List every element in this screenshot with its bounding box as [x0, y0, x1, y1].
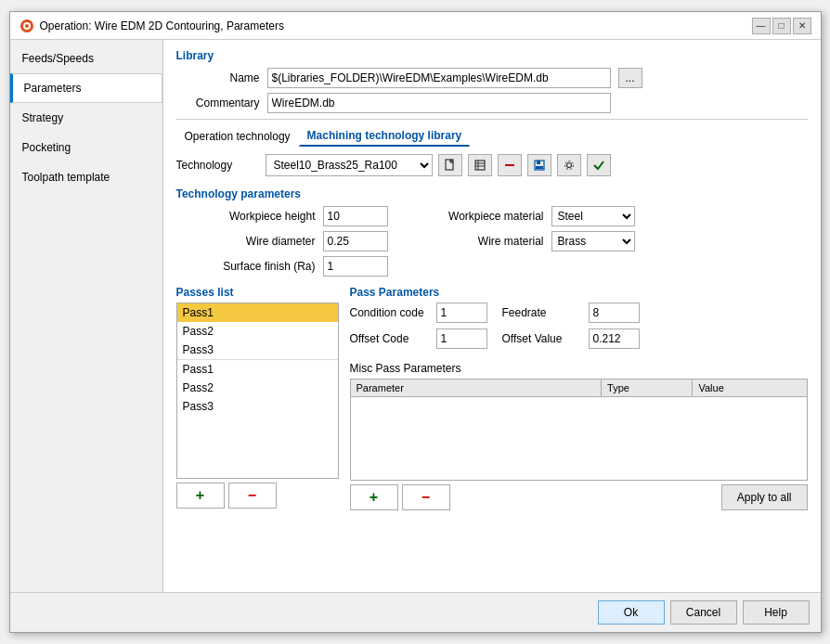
minimize-button[interactable]: —	[752, 18, 771, 34]
save-icon	[533, 159, 546, 172]
title-buttons: — □ ✕	[752, 18, 811, 34]
offset-code-label: Offset Code	[350, 332, 429, 345]
minus-icon: −	[421, 489, 430, 506]
offset-value-row: Offset Value	[502, 328, 640, 349]
sidebar-item-feeds-speeds[interactable]: Feeds/Speeds	[10, 44, 162, 73]
tab-operation-technology[interactable]: Operation technology	[176, 126, 299, 147]
svg-rect-13	[536, 166, 543, 169]
offset-code-row: Offset Code	[350, 328, 487, 349]
pass-item[interactable]: Pass2	[177, 379, 338, 397]
workpiece-height-label: Workpiece height	[176, 210, 316, 223]
ok-button[interactable]: Ok	[598, 600, 665, 625]
apply-to-all-button[interactable]: Apply to all	[721, 484, 808, 510]
feedrate-input[interactable]	[589, 303, 640, 323]
passes-list-title: Passes list	[176, 286, 339, 299]
tech-save-button[interactable]	[527, 154, 551, 176]
condition-code-row: Condition code	[350, 303, 487, 323]
tech-new-button[interactable]	[438, 154, 462, 176]
app-icon	[19, 19, 34, 33]
sidebar-item-strategy[interactable]: Strategy	[10, 103, 162, 133]
settings-icon	[563, 159, 576, 172]
technology-select[interactable]: Steel10_Brass25_Ra100	[266, 154, 433, 176]
passes-list[interactable]: Pass1 Pass2 Pass3 Pass1 Pass2 Pass3	[176, 303, 339, 479]
wire-material-select[interactable]: Brass Copper Molybdenum	[551, 231, 635, 251]
right-params: Feedrate Offset Value	[502, 303, 640, 354]
condition-code-input[interactable]	[436, 303, 487, 323]
sidebar-item-pocketing[interactable]: Pocketing	[10, 133, 162, 162]
main-window: Operation: Wire EDM 2D Contouring, Param…	[9, 11, 822, 633]
pass-item[interactable]: Pass3	[177, 397, 338, 416]
passes-add-remove: + −	[176, 483, 339, 509]
passes-add-button[interactable]: +	[176, 483, 225, 509]
library-name-row: Name ...	[176, 68, 808, 88]
close-button[interactable]: ✕	[793, 18, 811, 34]
library-commentary-input[interactable]	[267, 93, 611, 113]
misc-col-parameter: Parameter	[350, 380, 602, 397]
library-title: Library	[176, 49, 808, 62]
sidebar: Feeds/Speeds Parameters Strategy Pocketi…	[10, 40, 163, 592]
op-tech-tabs: Operation technology Machining technolog…	[176, 125, 808, 147]
left-params: Condition code Offset Code	[350, 303, 487, 354]
svg-point-14	[566, 163, 571, 168]
library-browse-button[interactable]: ...	[618, 68, 642, 88]
technology-label: Technology	[176, 159, 260, 172]
delete-icon	[503, 159, 516, 172]
bottom-bar: Ok Cancel Help	[10, 592, 821, 632]
sidebar-item-parameters[interactable]: Parameters	[10, 73, 162, 103]
pass-params-title: Pass Parameters	[350, 286, 808, 299]
feedrate-label: Feedrate	[502, 306, 581, 319]
maximize-button[interactable]: □	[772, 18, 791, 34]
surface-finish-input[interactable]	[323, 256, 388, 277]
library-commentary-row: Commentary	[176, 93, 808, 113]
library-name-label: Name	[176, 71, 260, 84]
wire-material-label: Wire material	[405, 235, 544, 248]
tech-params-section: Technology parameters Workpiece height W…	[176, 187, 808, 277]
pass-item[interactable]: Pass1	[177, 359, 338, 379]
pass-params-remove-button[interactable]: −	[402, 484, 450, 510]
tech-delete-button[interactable]	[498, 154, 522, 176]
wire-diameter-label: Wire diameter	[176, 235, 316, 248]
surface-finish-label: Surface finish (Ra)	[176, 260, 316, 273]
misc-col-value: Value	[693, 380, 807, 397]
check-icon	[592, 159, 605, 172]
offset-value-input[interactable]	[589, 328, 640, 349]
plus-icon: +	[370, 489, 378, 506]
help-button[interactable]: Help	[743, 600, 810, 625]
sidebar-item-toolpath-template[interactable]: Toolpath template	[10, 162, 162, 192]
pass-item[interactable]: Pass2	[177, 322, 338, 341]
title-bar-left: Operation: Wire EDM 2D Contouring, Param…	[19, 19, 284, 33]
tech-check-button[interactable]	[587, 154, 611, 176]
wire-diameter-input[interactable]	[323, 231, 388, 251]
plus-icon: +	[196, 487, 204, 504]
minus-icon: −	[248, 487, 256, 504]
workpiece-material-label: Workpiece material	[405, 210, 544, 223]
svg-rect-12	[537, 161, 540, 164]
tech-settings-button[interactable]	[557, 154, 581, 176]
svg-point-15	[564, 161, 573, 170]
misc-pass-table: Parameter Type Value	[350, 379, 808, 481]
svg-rect-6	[475, 161, 485, 170]
offset-code-input[interactable]	[436, 328, 487, 349]
pass-item[interactable]: Pass1	[177, 303, 338, 322]
params-grid: Workpiece height Workpiece material Stee…	[176, 206, 808, 277]
tab-machining-technology-library[interactable]: Machining technology library	[299, 125, 471, 147]
pass-item[interactable]: Pass3	[177, 341, 338, 359]
misc-title: Misc Pass Parameters	[350, 362, 808, 375]
list-icon	[473, 159, 486, 172]
window-title: Operation: Wire EDM 2D Contouring, Param…	[40, 19, 284, 32]
cancel-button[interactable]: Cancel	[670, 600, 737, 625]
misc-empty-row	[350, 397, 807, 481]
title-bar: Operation: Wire EDM 2D Contouring, Param…	[10, 12, 821, 40]
tech-list-button[interactable]	[468, 154, 492, 176]
new-doc-icon	[444, 159, 457, 172]
workpiece-material-select[interactable]: Steel Brass Copper	[551, 206, 635, 226]
pass-params-col: Pass Parameters Condition code Offset Co…	[350, 286, 808, 510]
library-name-input[interactable]	[267, 68, 611, 88]
condition-code-label: Condition code	[350, 306, 429, 319]
workpiece-height-input[interactable]	[323, 206, 388, 226]
passes-remove-button[interactable]: −	[228, 483, 277, 509]
pass-params-add-button[interactable]: +	[350, 484, 398, 510]
tech-params-title: Technology parameters	[176, 187, 808, 200]
svg-rect-10	[505, 164, 514, 166]
pass-params-buttons: + − Apply to all	[350, 484, 808, 510]
